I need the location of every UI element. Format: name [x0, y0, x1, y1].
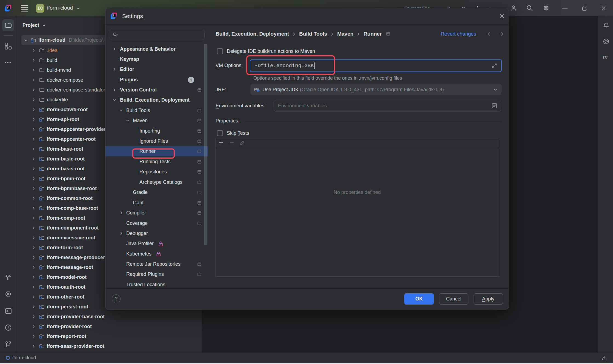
svg-text:IJ: IJ — [113, 14, 114, 16]
svg-text:IJ: IJ — [7, 6, 8, 8]
